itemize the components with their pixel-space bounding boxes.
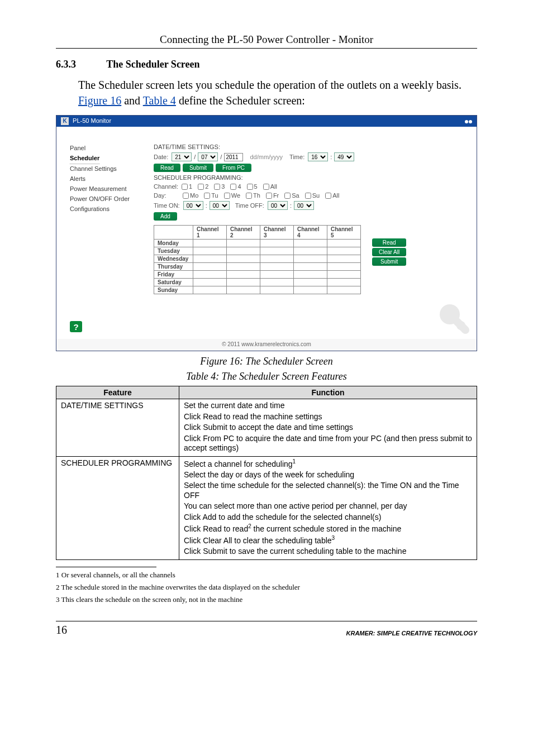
link-figure-16[interactable]: Figure 16 — [78, 94, 121, 107]
date-month-select[interactable]: 07 — [198, 152, 218, 161]
footnote-ref-3: 3 — [332, 535, 335, 541]
table-submit-button[interactable]: Submit — [372, 257, 406, 266]
channel-label: Channel: — [154, 183, 178, 190]
sidebar-item-channel-settings[interactable]: Channel Settings — [70, 164, 154, 174]
intro-paragraph: The Scheduler screen lets you schedule t… — [78, 77, 477, 108]
time-on-hour-select[interactable]: 00 — [183, 201, 203, 210]
col-ch4: Channel 4 — [294, 226, 327, 240]
time-label: Time: — [289, 154, 304, 160]
table-read-button[interactable]: Read — [372, 238, 406, 247]
schedule-table: Channel 1 Channel 2 Channel 3 Channel 4 … — [154, 225, 361, 294]
link-table-4[interactable]: Table 4 — [143, 94, 176, 107]
time-on-min-select[interactable]: 00 — [210, 201, 230, 210]
help-button[interactable]: ? — [70, 321, 82, 332]
table-row: Sunday — [154, 286, 361, 294]
table-row: Friday — [154, 271, 361, 279]
add-button[interactable]: Add — [154, 212, 177, 221]
footnote-3: 3 This clears the schedule on the screen… — [56, 595, 477, 604]
feature-datetime: DATE/TIME SETTINGS — [56, 399, 179, 457]
col-ch5: Channel 5 — [327, 226, 361, 240]
screenshot-footer: © 2011 www.kramerelectronics.com — [56, 339, 477, 351]
feature-programming: SCHEDULER PROGRAMMING — [56, 456, 179, 559]
day-we-checkbox[interactable] — [224, 193, 230, 199]
date-day-select[interactable]: 21 — [172, 152, 192, 161]
table-row: Saturday — [154, 279, 361, 286]
table-row: Tuesday — [154, 247, 361, 255]
intro-text-1: The Scheduler screen lets you schedule t… — [78, 79, 461, 91]
intro-text-3: define the Scheduler screen: — [179, 94, 305, 107]
date-year-input[interactable] — [224, 153, 243, 161]
section-title: The Scheduler Screen — [106, 59, 199, 70]
intro-text-2: and — [124, 94, 143, 107]
datetime-submit-button[interactable]: Submit — [183, 164, 213, 172]
col-ch3: Channel 3 — [260, 226, 294, 240]
channel-1-checkbox[interactable] — [182, 184, 188, 190]
date-hint: dd/mm/yyyy — [250, 154, 283, 160]
programming-header: SCHEDULER PROGRAMMING: — [154, 174, 463, 181]
scheduler-screenshot: K PL-50 Monitor Panel Scheduler Channel … — [56, 115, 477, 351]
page-number: 16 — [56, 624, 67, 637]
channel-2-checkbox[interactable] — [198, 184, 204, 190]
sidebar-item-configurations[interactable]: Configurations — [70, 204, 154, 214]
day-su-checkbox[interactable] — [305, 193, 311, 199]
sidebar-item-alerts[interactable]: Alerts — [70, 174, 154, 184]
window-controls-icon — [464, 118, 472, 125]
sidebar-item-panel[interactable]: Panel — [70, 143, 154, 154]
table-clearall-button[interactable]: Clear All — [372, 248, 406, 256]
channel-5-checkbox[interactable] — [247, 184, 253, 190]
table-caption: Table 4: The Scheduler Screen Features — [56, 371, 477, 382]
day-all-checkbox[interactable] — [325, 193, 331, 199]
datetime-frompc-button[interactable]: From PC — [216, 164, 251, 172]
col-ch2: Channel 2 — [227, 226, 260, 240]
window-titlebar: K PL-50 Monitor — [56, 116, 477, 127]
footnote-1: 1 Or several channels, or all the channe… — [56, 571, 477, 580]
col-ch1: Channel 1 — [193, 226, 227, 240]
table-corner — [154, 226, 193, 240]
date-label: Date: — [154, 154, 168, 160]
footnote-ref-1: 1 — [293, 458, 296, 465]
datetime-read-button[interactable]: Read — [154, 164, 180, 172]
function-datetime: Set the current date and time Click Read… — [179, 399, 477, 457]
table-row: DATE/TIME SETTINGS Set the current date … — [56, 399, 477, 457]
section-number: 6.3.3 — [56, 59, 104, 70]
time-hour-select[interactable]: 16 — [308, 152, 328, 161]
window-title: PL-50 Monitor — [73, 117, 111, 124]
time-off-label: Time OFF: — [235, 202, 264, 209]
day-sa-checkbox[interactable] — [284, 193, 291, 199]
channel-4-checkbox[interactable] — [230, 184, 236, 190]
features-head-feature: Feature — [56, 386, 179, 399]
time-off-hour-select[interactable]: 00 — [268, 201, 288, 210]
time-off-min-select[interactable]: 00 — [294, 201, 314, 210]
date-sep-1: / — [194, 154, 196, 160]
sidebar-item-scheduler[interactable]: Scheduler — [70, 154, 99, 164]
channel-3-checkbox[interactable] — [214, 184, 220, 190]
features-table: Feature Function DATE/TIME SETTINGS Set … — [56, 386, 477, 560]
figure-caption: Figure 16: The Scheduler Screen — [56, 356, 477, 367]
date-sep-2: / — [220, 154, 222, 160]
table-row: SCHEDULER PROGRAMMING Select a channel f… — [56, 456, 477, 559]
table-row: Thursday — [154, 263, 361, 271]
day-tu-checkbox[interactable] — [204, 193, 210, 199]
section-heading: 6.3.3 The Scheduler Screen — [56, 59, 477, 70]
datetime-header: DATE/TIME SETTINGS: — [154, 143, 463, 150]
table-row: Wednesday — [154, 255, 361, 263]
day-label: Day: — [154, 192, 179, 199]
channel-all-checkbox[interactable] — [263, 184, 269, 190]
sidebar-item-power-onoff-order[interactable]: Power ON/OFF Order — [70, 194, 154, 204]
sidebar-item-power-measurement[interactable]: Power Measurement — [70, 184, 154, 194]
day-th-checkbox[interactable] — [246, 193, 252, 199]
time-min-select[interactable]: 49 — [334, 152, 354, 161]
table-row: Monday — [154, 240, 361, 247]
day-fr-checkbox[interactable] — [266, 193, 272, 199]
footnote-separator — [56, 567, 156, 567]
running-header: Connecting the PL-50 Power Controller - … — [56, 34, 477, 49]
features-head-function: Function — [179, 386, 477, 399]
function-programming: Select a channel for scheduling1 Select … — [179, 456, 477, 559]
time-sep: : — [330, 154, 332, 160]
sidebar-nav: Panel Scheduler Channel Settings Alerts … — [70, 143, 154, 339]
footer-brand: KRAMER: SIMPLE CREATIVE TECHNOLOGY — [346, 630, 477, 637]
scheduler-panel: DATE/TIME SETTINGS: Date: 21 / 07 / dd/m… — [154, 143, 463, 339]
day-mo-checkbox[interactable] — [183, 193, 189, 199]
page-footer: 16 KRAMER: SIMPLE CREATIVE TECHNOLOGY — [56, 621, 477, 637]
kramer-logo-icon — [437, 302, 471, 336]
